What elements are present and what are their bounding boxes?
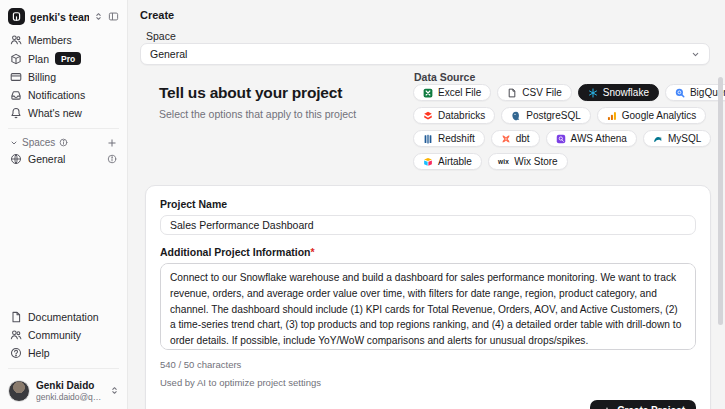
- google-analytics-icon: [607, 111, 617, 121]
- sidebar-item-label: What's new: [28, 107, 82, 119]
- ai-helper-text: Used by AI to optimize project settings: [160, 377, 696, 388]
- spaces-section-label: Spaces: [22, 137, 55, 148]
- chip-excel-file[interactable]: Excel File: [413, 84, 491, 101]
- vertical-scrollbar[interactable]: [718, 77, 723, 325]
- space-select-value: General: [150, 48, 691, 60]
- chip-postgresql[interactable]: PostgreSQL: [501, 107, 590, 124]
- sidebar-item-plan[interactable]: Plan Pro: [6, 49, 121, 68]
- community-icon: [10, 329, 22, 341]
- sidebar-item-community[interactable]: Community: [6, 326, 121, 344]
- help-icon: [10, 347, 22, 359]
- spaces-info-icon: [59, 138, 68, 147]
- sparkles-icon: [601, 406, 611, 409]
- sidebar-footer: Documentation Community Help Genki Daido: [6, 308, 121, 403]
- notifications-icon: [10, 89, 22, 101]
- chip-redshift[interactable]: Redshift: [413, 130, 485, 147]
- chip-row: Databricks PostgreSQL Google Analytics: [413, 107, 718, 124]
- space-info-icon[interactable]: [107, 154, 117, 164]
- whats-new-icon: [10, 107, 22, 119]
- wix-icon: wix: [498, 158, 509, 165]
- user-name: Genki Daido: [36, 380, 104, 393]
- sidebar-item-label: Documentation: [28, 311, 99, 323]
- sidebar-item-label: Members: [28, 34, 72, 46]
- sidebar-divider: [8, 368, 119, 369]
- sidebar: genki's team Members Plan Pro: [0, 0, 128, 409]
- chevron-updown-icon[interactable]: [94, 12, 103, 21]
- sidebar-item-label: Billing: [28, 71, 56, 83]
- chevron-updown-icon: [110, 386, 119, 395]
- snowflake-icon: [588, 88, 598, 98]
- sidebar-toggle-icon[interactable]: [108, 11, 119, 22]
- databricks-icon: [423, 111, 433, 121]
- project-name-label: Project Name: [160, 198, 696, 210]
- create-project-button[interactable]: Create Project: [590, 400, 696, 409]
- chip-row: Excel File CSV File Snowflake BigQuery: [413, 84, 718, 101]
- chip-google-analytics[interactable]: Google Analytics: [597, 107, 707, 124]
- additional-info-label: Additional Project Information*: [160, 246, 696, 258]
- chevron-down-icon[interactable]: [10, 139, 18, 147]
- sidebar-item-label: Community: [28, 329, 81, 341]
- user-menu[interactable]: Genki Daido genki.daido@queue-inc...: [6, 375, 121, 403]
- user-email: genki.daido@queue-inc...: [36, 392, 102, 402]
- sidebar-item-label: Plan: [28, 53, 49, 65]
- members-icon: [10, 34, 22, 46]
- additional-info-textarea[interactable]: Connect to our Snowflake warehouse and b…: [160, 263, 696, 350]
- space-item-label: General: [28, 153, 101, 165]
- intro-section: Tell us about your project Select the op…: [159, 84, 409, 120]
- intro-subtitle: Select the options that apply to this pr…: [159, 108, 409, 120]
- redshift-icon: [423, 134, 433, 144]
- team-logo-icon: [8, 8, 25, 25]
- spaces-section-header[interactable]: Spaces: [6, 135, 121, 150]
- pro-badge: Pro: [55, 52, 81, 65]
- char-counter: 540 / 50 characters: [160, 359, 696, 370]
- dbt-icon: [501, 134, 511, 144]
- data-source-chips: Excel File CSV File Snowflake BigQuery: [413, 84, 718, 170]
- aws-athena-icon: [556, 134, 566, 144]
- team-name: genki's team: [30, 11, 89, 23]
- chip-snowflake[interactable]: Snowflake: [578, 84, 659, 101]
- space-select[interactable]: General: [140, 43, 710, 65]
- space-select-label: Space: [146, 30, 176, 42]
- sidebar-item-help[interactable]: Help: [6, 344, 121, 362]
- billing-icon: [10, 71, 22, 83]
- mysql-icon: [653, 134, 663, 144]
- sidebar-item-whats-new[interactable]: What's new: [6, 104, 121, 122]
- team-switcher[interactable]: genki's team: [6, 7, 121, 31]
- sidebar-item-members[interactable]: Members: [6, 31, 121, 49]
- globe-icon: [10, 153, 22, 165]
- main-content: Create Space General Tell us about your …: [128, 0, 725, 409]
- chip-mysql[interactable]: MySQL: [643, 130, 711, 147]
- csv-file-icon: [507, 88, 517, 98]
- intro-title: Tell us about your project: [159, 84, 409, 102]
- data-source-label: Data Source: [414, 71, 475, 83]
- bigquery-icon: [675, 88, 685, 98]
- sidebar-item-label: Notifications: [28, 89, 85, 101]
- plan-icon: [10, 53, 22, 65]
- chevron-down-icon: [691, 50, 700, 59]
- chip-airtable[interactable]: Airtable: [413, 153, 482, 170]
- chip-wix-store[interactable]: wix Wix Store: [488, 153, 568, 170]
- chip-row: Redshift dbt AWS Athena MySQL: [413, 130, 718, 147]
- sidebar-divider: [8, 128, 119, 129]
- airtable-icon: [423, 157, 433, 167]
- user-meta: Genki Daido genki.daido@queue-inc...: [36, 380, 104, 403]
- chip-dbt[interactable]: dbt: [491, 130, 540, 147]
- chip-csv-file[interactable]: CSV File: [497, 84, 571, 101]
- form-actions: Create Project: [160, 400, 696, 409]
- chip-databricks[interactable]: Databricks: [413, 107, 495, 124]
- chip-aws-athena[interactable]: AWS Athena: [546, 130, 637, 147]
- sidebar-item-label: Help: [28, 347, 50, 359]
- sidebar-item-billing[interactable]: Billing: [6, 68, 121, 86]
- chip-bigquery[interactable]: BigQuery: [665, 84, 725, 101]
- sidebar-item-space-general[interactable]: General: [6, 150, 121, 168]
- sidebar-item-documentation[interactable]: Documentation: [6, 308, 121, 326]
- add-space-icon[interactable]: [107, 138, 117, 148]
- app-window: genki's team Members Plan Pro: [0, 0, 725, 409]
- sidebar-item-notifications[interactable]: Notifications: [6, 86, 121, 104]
- documentation-icon: [10, 311, 22, 323]
- excel-icon: [423, 88, 433, 98]
- postgresql-icon: [511, 111, 521, 121]
- avatar: [8, 380, 30, 402]
- chip-row: Airtable wix Wix Store: [413, 153, 718, 170]
- project-name-input[interactable]: [160, 215, 696, 235]
